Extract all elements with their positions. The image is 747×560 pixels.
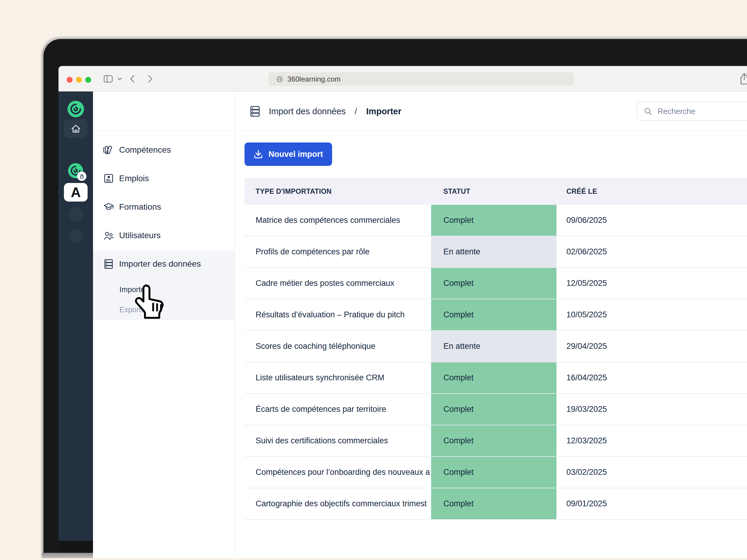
- browser-window: 360learning.com: [58, 66, 747, 558]
- traffic-lights: [67, 77, 91, 83]
- breadcrumb-section[interactable]: Import des données: [269, 106, 345, 116]
- created-date-cell: 03/02/2025: [557, 457, 747, 488]
- lock-icon: [77, 171, 86, 181]
- home-button[interactable]: [64, 119, 87, 138]
- page-background: 360learning.com: [0, 0, 747, 560]
- home-icon: [71, 124, 81, 133]
- created-date-cell: 29/04/2025: [557, 331, 747, 362]
- nav-sidebar: Compétences Emplois Formations: [93, 91, 235, 558]
- table-row[interactable]: Écarts de compétences par territoire Com…: [244, 394, 747, 425]
- created-date-cell: 16/04/2025: [557, 362, 747, 393]
- sidebar-item-label: Utilisateurs: [119, 231, 160, 240]
- download-icon: [254, 150, 263, 159]
- table-row[interactable]: Compétences pour l’onboarding des nouvea…: [244, 457, 747, 488]
- import-type-cell: Scores de coaching téléphonique: [244, 331, 431, 362]
- status-badge: Complet: [431, 362, 557, 393]
- app-root: A Compétences Emplois: [58, 91, 747, 558]
- import-type-cell: Cartographie des objectifs commerciaux t…: [244, 488, 431, 519]
- table-row[interactable]: Matrice des compétences commerciales Com…: [244, 205, 747, 236]
- status-badge: En attente: [431, 236, 557, 267]
- forward-icon[interactable]: [148, 66, 153, 91]
- sidebar-top-spacer: [93, 91, 235, 131]
- table-row[interactable]: Liste utilisateurs synchronisée CRM Comp…: [244, 362, 747, 394]
- sidebar-item-label: Importer des données: [119, 259, 201, 269]
- breadcrumb-separator: /: [355, 106, 357, 116]
- app-rail: A: [58, 91, 93, 558]
- column-header-status: STATUT: [431, 187, 557, 195]
- laptop-chin: [42, 553, 93, 558]
- created-date-cell: 09/01/2025: [557, 488, 747, 519]
- status-badge: Complet: [431, 394, 557, 425]
- globe-icon: [276, 76, 283, 83]
- 360learning-logo-icon[interactable]: [67, 101, 84, 117]
- created-date-cell: 12/05/2025: [557, 268, 747, 299]
- search-icon: [644, 107, 652, 115]
- created-date-cell: 09/06/2025: [557, 205, 747, 236]
- import-type-cell: Compétences pour l’onboarding des nouvea…: [244, 457, 431, 488]
- search-placeholder: Recherche: [658, 107, 695, 116]
- status-badge: Complet: [431, 488, 557, 519]
- graduation-cap-icon: [103, 202, 114, 212]
- table-row[interactable]: Résultats d’évaluation – Pratique du pit…: [244, 299, 747, 331]
- sidebar-item-formations[interactable]: Formations: [93, 196, 235, 217]
- chevron-down-icon[interactable]: [117, 66, 122, 91]
- table-row[interactable]: Cadre métier des postes commerciaux Comp…: [244, 268, 747, 299]
- new-import-button-label: Nouvel import: [268, 150, 323, 159]
- status-badge: Complet: [431, 457, 557, 488]
- search-input[interactable]: Recherche: [637, 102, 747, 121]
- url-bar[interactable]: 360learning.com: [268, 72, 574, 86]
- sidebar-item-importer-des-donnees[interactable]: Importer des données: [103, 259, 201, 269]
- app-a-tile[interactable]: A: [64, 183, 87, 202]
- new-import-button[interactable]: Nouvel import: [244, 142, 332, 166]
- column-header-created: CRÉÉ LE: [557, 187, 747, 195]
- main-panel: Import des données / Importer Recherche: [235, 91, 747, 558]
- import-type-cell: Résultats d’évaluation – Pratique du pit…: [244, 299, 431, 330]
- books-icon: [103, 144, 114, 155]
- sidebar-item-label: Emplois: [119, 174, 149, 183]
- 360learning-locked-space-icon[interactable]: [68, 163, 83, 179]
- hand-cursor: [134, 284, 168, 320]
- page-header: Import des données / Importer Recherche: [235, 91, 747, 131]
- import-type-cell: Suivi des certifications commerciales: [244, 425, 431, 456]
- table-row[interactable]: Suivi des certifications commerciales Co…: [244, 425, 747, 457]
- minimize-window-button[interactable]: [76, 77, 82, 83]
- share-icon[interactable]: [739, 66, 747, 91]
- close-window-button[interactable]: [67, 77, 73, 83]
- import-type-cell: Profils de compétences par rôle: [244, 236, 431, 267]
- table-row[interactable]: Scores de coaching téléphonique En atten…: [244, 331, 747, 362]
- table-body: Matrice des compétences commerciales Com…: [244, 205, 747, 520]
- sidebar-toggle-icon[interactable]: [103, 66, 113, 91]
- status-badge: Complet: [431, 268, 557, 299]
- sidebar-item-label: Formations: [119, 202, 161, 212]
- import-type-cell: Matrice des compétences commerciales: [244, 205, 431, 236]
- status-badge: Complet: [431, 425, 557, 456]
- sidebar-item-utilisateurs[interactable]: Utilisateurs: [93, 225, 235, 246]
- zoom-window-button[interactable]: [85, 77, 91, 83]
- created-date-cell: 19/03/2025: [557, 394, 747, 425]
- rail-avatar-placeholder[interactable]: [69, 229, 83, 243]
- breadcrumb: Import des données / Importer: [249, 91, 402, 131]
- database-icon: [103, 259, 114, 269]
- created-date-cell: 12/03/2025: [557, 425, 747, 456]
- sidebar-item-emplois[interactable]: Emplois: [93, 168, 235, 189]
- rail-avatar-placeholder[interactable]: [69, 207, 83, 221]
- browser-toolbar: 360learning.com: [58, 66, 747, 91]
- column-header-type: TYPE D'IMPORTATION: [244, 187, 431, 195]
- status-badge: Complet: [431, 205, 557, 236]
- sidebar-item-label: Compétences: [119, 145, 171, 155]
- users-icon: [103, 230, 114, 241]
- breadcrumb-current: Importer: [366, 106, 402, 116]
- app-a-letter: A: [71, 184, 81, 201]
- page-content: Nouvel import TYPE D'IMPORTATION STATUT …: [235, 131, 747, 558]
- url-text: 360learning.com: [287, 75, 340, 83]
- table-row[interactable]: Profils de compétences par rôle En atten…: [244, 236, 747, 268]
- created-date-cell: 02/06/2025: [557, 236, 747, 267]
- created-date-cell: 10/05/2025: [557, 299, 747, 330]
- sidebar-item-competences[interactable]: Compétences: [93, 139, 235, 160]
- imports-table: TYPE D'IMPORTATION STATUT CRÉÉ LE Matric…: [244, 178, 747, 520]
- back-icon[interactable]: [130, 66, 135, 91]
- table-row[interactable]: Cartographie des objectifs commerciaux t…: [244, 488, 747, 520]
- table-header-row: TYPE D'IMPORTATION STATUT CRÉÉ LE: [244, 178, 747, 205]
- id-card-icon: [103, 173, 114, 184]
- import-type-cell: Écarts de compétences par territoire: [244, 394, 431, 425]
